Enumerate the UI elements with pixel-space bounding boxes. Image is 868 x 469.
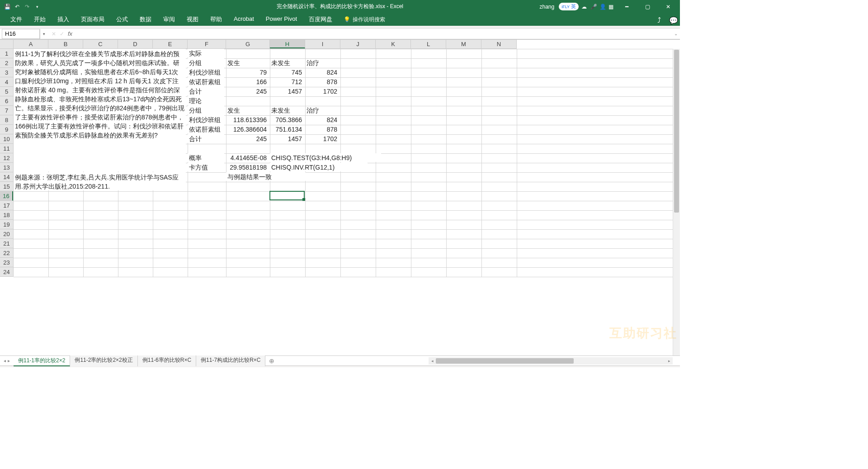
row-header[interactable]: 8 <box>0 115 13 125</box>
cell-F12[interactable]: 概率 <box>188 153 224 162</box>
column-header[interactable]: G <box>226 40 270 48</box>
vertical-scrollbar[interactable] <box>673 49 680 355</box>
maximize-button[interactable]: ▢ <box>638 0 656 13</box>
row-header[interactable]: 18 <box>0 210 13 220</box>
row-header[interactable]: 11 <box>0 144 13 153</box>
row-header[interactable]: 7 <box>0 106 13 115</box>
row-header[interactable]: 21 <box>0 239 13 248</box>
cell-G8[interactable]: 118.613396 <box>226 115 268 124</box>
save-icon[interactable]: 💾 <box>4 3 11 10</box>
cell-H13[interactable]: CHISQ.INV.RT(G12,1) <box>270 163 368 171</box>
cancel-formula-icon[interactable]: ✕ <box>52 31 56 37</box>
comments-icon[interactable]: 💬 <box>669 16 675 23</box>
row-header[interactable]: 19 <box>0 220 13 229</box>
column-header[interactable]: K <box>376 40 411 48</box>
ribbon-tab[interactable]: 数据 <box>134 13 157 26</box>
ime-badge[interactable]: iFLY英 <box>559 3 579 10</box>
vertical-scroll-thumb[interactable] <box>674 50 679 213</box>
select-all-corner[interactable] <box>0 40 14 49</box>
ribbon-tab[interactable]: Acrobat <box>228 13 260 26</box>
ribbon-tab[interactable]: 视图 <box>181 13 204 26</box>
row-header[interactable]: 12 <box>0 153 13 163</box>
row-header[interactable]: 10 <box>0 134 13 144</box>
cell-G14[interactable]: 与例题结果一致 <box>226 172 306 181</box>
fx-icon[interactable]: fx <box>68 30 76 37</box>
cell-F5[interactable]: 合计 <box>188 87 224 95</box>
column-header[interactable]: N <box>481 40 517 48</box>
mic-icon[interactable]: 🎤 <box>590 4 597 10</box>
cell-F2[interactable]: 分组 <box>188 58 224 67</box>
column-header[interactable]: H <box>270 40 305 48</box>
name-box[interactable]: H16 <box>2 29 40 39</box>
ribbon-tab[interactable]: 插入 <box>52 13 75 26</box>
row-header[interactable]: 6 <box>0 96 13 106</box>
cell-F10[interactable]: 合计 <box>188 134 224 143</box>
spreadsheet-grid[interactable]: ABCDEFGHIJKLMN 1234567891011121314151617… <box>0 39 680 355</box>
ribbon-tab[interactable]: 开始 <box>28 13 52 26</box>
tell-me[interactable]: 💡 操作说明搜索 <box>344 16 385 24</box>
cell-G2[interactable]: 发生 <box>226 58 268 67</box>
horizontal-scrollbar[interactable]: ◂ ▸ <box>429 357 673 365</box>
user-name[interactable]: zhang <box>539 4 554 10</box>
cell-H12[interactable]: CHISQ.TEST(G3:H4,G8:H9) <box>270 153 381 162</box>
merged-text-a[interactable]: 例11-1为了解利伐沙班在全膝关节成形术后对静脉血栓的预防效果，研究人员完成了一… <box>14 49 186 171</box>
cell-H8[interactable]: 705.3866 <box>270 115 303 124</box>
person-icon[interactable]: 👤 <box>599 4 606 10</box>
column-header[interactable]: J <box>340 40 376 48</box>
column-header[interactable]: I <box>305 40 340 48</box>
cell-I7[interactable]: 治疗 <box>305 106 339 114</box>
column-header[interactable]: B <box>48 40 83 48</box>
cell-G13[interactable]: 29.95818198 <box>226 163 268 171</box>
cell-H7[interactable]: 未发生 <box>270 106 303 114</box>
cell-F6[interactable]: 理论 <box>188 96 224 105</box>
row-header[interactable]: 13 <box>0 163 13 172</box>
hscroll-right-icon[interactable]: ▸ <box>665 359 673 363</box>
formula-expand-icon[interactable]: ⌄ <box>672 31 680 36</box>
row-header[interactable]: 2 <box>0 58 13 68</box>
sheet-tab[interactable]: 例11-2率的比较2×2校正 <box>70 355 137 366</box>
cell-H3[interactable]: 745 <box>270 68 303 76</box>
cell-H9[interactable]: 751.6134 <box>270 125 303 133</box>
cell-F13[interactable]: 卡方值 <box>188 163 224 171</box>
minimize-button[interactable]: ━ <box>618 0 636 13</box>
cell-G10[interactable]: 245 <box>226 134 268 143</box>
hscroll-left-icon[interactable]: ◂ <box>429 359 436 363</box>
cell-H2[interactable]: 未发生 <box>270 58 303 67</box>
apps-icon[interactable]: ▦ <box>609 4 615 10</box>
view-pagelayout-button[interactable]: 回 <box>574 367 583 368</box>
column-header[interactable]: C <box>83 40 118 48</box>
cell-G3[interactable]: 79 <box>226 68 268 76</box>
accessibility-status[interactable]: 🕵 辅助功能: 调查 <box>21 367 65 367</box>
cell-F8[interactable]: 利伐沙班组 <box>188 115 224 124</box>
row-header[interactable]: 16 <box>0 191 13 201</box>
ribbon-tab[interactable]: 公式 <box>110 13 134 26</box>
sheet-nav-first-icon[interactable]: ◂ <box>4 358 6 363</box>
cell-F7[interactable]: 分组 <box>188 106 224 114</box>
row-header[interactable]: 24 <box>0 267 13 277</box>
close-button[interactable]: ✕ <box>659 0 677 13</box>
row-header[interactable]: 3 <box>0 68 13 77</box>
ribbon-tab[interactable]: Power Pivot <box>260 13 303 26</box>
row-header[interactable]: 9 <box>0 125 13 134</box>
share-icon[interactable]: ⤴ <box>657 16 664 23</box>
row-header[interactable]: 17 <box>0 201 13 210</box>
ribbon-tab[interactable]: 页面布局 <box>75 13 110 26</box>
cell-G4[interactable]: 166 <box>226 77 268 86</box>
row-header[interactable]: 20 <box>0 229 13 239</box>
sheet-nav-last-icon[interactable]: ▸ <box>8 358 10 363</box>
sheet-tab[interactable]: 例11-7构成比的比较R×C <box>196 355 265 366</box>
horizontal-scroll-thumb[interactable] <box>436 358 574 364</box>
column-header[interactable]: M <box>446 40 481 48</box>
cell-G9[interactable]: 126.386604 <box>226 125 268 133</box>
cell-I3[interactable]: 824 <box>305 68 339 76</box>
cell-I5[interactable]: 1702 <box>305 87 339 95</box>
cell-I4[interactable]: 878 <box>305 77 339 86</box>
cell-I8[interactable]: 824 <box>305 115 339 124</box>
column-header[interactable]: L <box>411 40 446 48</box>
cell-I9[interactable]: 878 <box>305 125 339 133</box>
row-header[interactable]: 15 <box>0 182 13 191</box>
cell-H5[interactable]: 1457 <box>270 87 303 95</box>
merged-text-b[interactable]: 例题来源：张明芝,李红美,吕大兵.实用医学统计学与SAS应用.苏州大学出版社,2… <box>14 172 186 190</box>
cell-F9[interactable]: 依诺肝素组 <box>188 125 224 133</box>
view-pagebreak-button[interactable]: 凹 <box>585 367 594 368</box>
